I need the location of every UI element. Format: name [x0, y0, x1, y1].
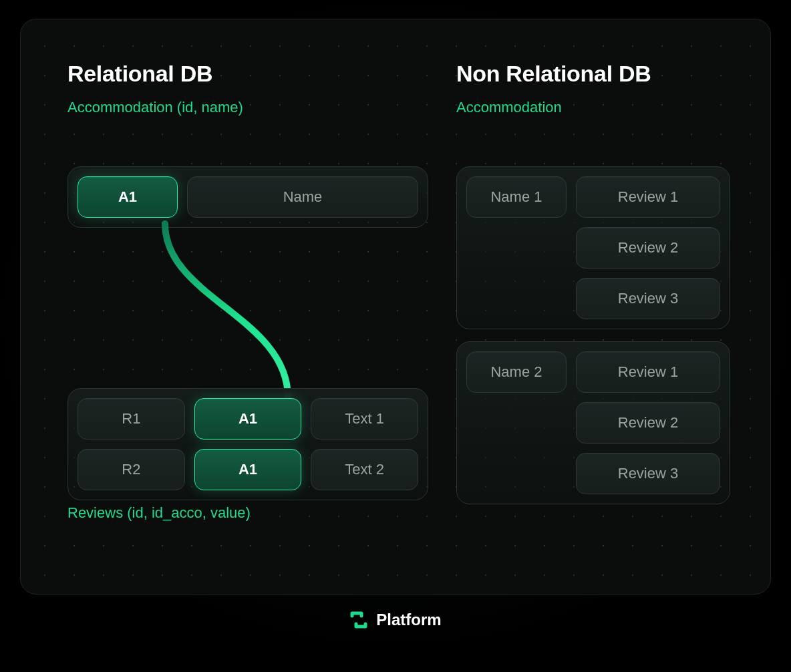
- document-card: Name 1 Review 1 Review 2 Review 3: [456, 166, 730, 329]
- reviews-table: R1 A1 Text 1 R2 A1 Text 2: [67, 388, 428, 500]
- review-value-cell: Text 2: [311, 449, 418, 490]
- document-review-cell: Review 3: [576, 453, 720, 494]
- document-name-cell: Name 2: [466, 351, 567, 393]
- document-reviews-stack: Review 1 Review 2 Review 3: [576, 176, 720, 319]
- accommodation-collection-label: Accommodation: [456, 99, 744, 116]
- review-acco-cell: A1: [194, 398, 302, 440]
- nonrelational-section: Non Relational DB Accommodation Name 1 R…: [456, 61, 744, 131]
- review-acco-cell: A1: [194, 449, 302, 490]
- document-review-cell: Review 1: [576, 351, 720, 393]
- review-row: R1 A1 Text 1: [77, 398, 418, 440]
- document-review-cell: Review 3: [576, 278, 720, 319]
- accommodation-table: A1 Name: [67, 166, 428, 228]
- document-reviews-stack: Review 1 Review 2 Review 3: [576, 351, 720, 494]
- relational-section: Relational DB Accommodation (id, name) A…: [67, 61, 428, 131]
- review-row: R2 A1 Text 2: [77, 449, 418, 490]
- document-review-cell: Review 1: [576, 176, 720, 218]
- review-id-cell: R1: [77, 398, 185, 440]
- accommodation-name-cell: Name: [187, 176, 418, 218]
- footer-brand: Platform: [376, 611, 441, 629]
- diagram-frame: Relational DB Accommodation (id, name) A…: [0, 0, 791, 645]
- relational-title: Relational DB: [67, 61, 428, 87]
- review-value-cell: Text 1: [311, 398, 418, 440]
- accommodation-id-cell: A1: [77, 176, 178, 218]
- relation-connector: [154, 224, 355, 404]
- nonrelational-title: Non Relational DB: [456, 61, 744, 87]
- diagram-panel: Relational DB Accommodation (id, name) A…: [20, 19, 771, 595]
- document-review-cell: Review 2: [576, 402, 720, 444]
- footer: Platform: [20, 611, 771, 629]
- review-id-cell: R2: [77, 449, 185, 490]
- reviews-table-label: Reviews (id, id_acco, value): [67, 504, 251, 522]
- document-review-cell: Review 2: [576, 227, 720, 269]
- document-name-cell: Name 1: [466, 176, 567, 218]
- accommodation-table-label: Accommodation (id, name): [67, 99, 428, 116]
- document-card: Name 2 Review 1 Review 2 Review 3: [456, 341, 730, 504]
- platform-logo-icon: [349, 611, 368, 629]
